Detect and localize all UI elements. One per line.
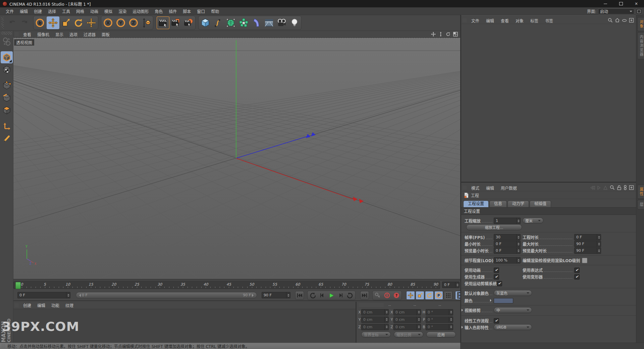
obj-menu-bookmarks[interactable]: 书签 — [542, 18, 556, 23]
project-time-field[interactable]: 0 F — [574, 234, 601, 240]
mat-menu-create[interactable]: 创建 — [20, 302, 34, 308]
deformer-button[interactable] — [250, 16, 263, 29]
workplane-button[interactable] — [1, 120, 13, 132]
spinner[interactable] — [455, 282, 459, 288]
menu-mesh[interactable]: 网格 — [73, 8, 87, 14]
rotate-view-button[interactable] — [445, 32, 451, 37]
prev-frame-button[interactable] — [317, 291, 327, 299]
record-parameter-toggle[interactable]: P — [434, 291, 443, 300]
menu-simulate[interactable]: 模拟 — [101, 8, 115, 14]
preview-max-field[interactable]: 90 F — [574, 247, 601, 254]
use-animation-checkbox[interactable]: ✔ — [494, 268, 499, 273]
prev-key-button[interactable] — [308, 291, 317, 299]
use-expressions-checkbox[interactable]: ✔ — [574, 268, 580, 273]
record-scale-toggle[interactable] — [416, 291, 424, 300]
collapse-arrow-icon[interactable] — [462, 309, 464, 311]
home-icon[interactable] — [615, 18, 620, 23]
max-time-field[interactable]: 90 F — [574, 241, 601, 247]
vp-menu-display[interactable]: 显示 — [52, 32, 66, 37]
lock-y-button[interactable]: Y — [114, 16, 127, 29]
obj-menu-view[interactable]: 查看 — [497, 18, 512, 23]
scale-project-button[interactable]: 缩放工程... — [466, 224, 522, 230]
collapse-arrow-icon[interactable] — [462, 326, 464, 329]
preview-min-field[interactable]: 0 F — [494, 247, 521, 254]
texture-mode-button[interactable] — [1, 64, 13, 76]
obj-menu-file[interactable]: 文件 — [468, 18, 483, 23]
record-pla-toggle[interactable] — [444, 291, 452, 300]
lock-x-button[interactable]: X — [102, 16, 114, 29]
apply-button[interactable]: 应用 — [426, 332, 456, 338]
tab-info[interactable]: 信息 — [489, 200, 507, 207]
subdivision-surface-button[interactable] — [224, 16, 237, 29]
rot-h-field[interactable]: 0 ° — [426, 309, 453, 315]
project-scale-unit-dropdown[interactable]: 厘米 — [523, 218, 543, 224]
obj-menu-objects[interactable]: 对象 — [512, 18, 527, 23]
material-menu-grip[interactable] — [15, 303, 19, 307]
interface-dropdown[interactable]: 启动 — [598, 8, 634, 14]
scale-y-field[interactable]: 0 cm — [393, 316, 421, 323]
layout-icon[interactable] — [636, 8, 642, 14]
obj-menu-tags[interactable]: 标签 — [527, 18, 542, 23]
maximize-button[interactable] — [613, 0, 629, 7]
scale-z-field[interactable]: 0 cm — [393, 324, 421, 330]
viewport-menu-grip[interactable] — [15, 32, 19, 36]
use-motion-system-checkbox[interactable]: ✔ — [497, 281, 502, 286]
model-mode-button[interactable] — [1, 51, 13, 63]
live-selection-button[interactable] — [34, 16, 47, 29]
view-clipping-dropdown[interactable]: 中 — [494, 307, 532, 313]
tab-dynamics[interactable]: 动力学 — [507, 200, 529, 207]
toggle-view-button[interactable] — [453, 32, 458, 37]
linear-workflow-checkbox[interactable]: ✔ — [494, 318, 499, 324]
timeline-playhead[interactable] — [15, 282, 21, 289]
attr-menu-userdata[interactable]: 用户数据 — [497, 185, 520, 191]
close-button[interactable]: × — [629, 0, 644, 7]
toolbar-grip[interactable] — [1, 17, 4, 29]
history-count-icon[interactable] — [624, 185, 627, 190]
scale-tool-button[interactable] — [59, 16, 72, 29]
history-back-icon[interactable] — [590, 185, 595, 190]
side-tab-content-browser[interactable]: 内容浏览器 — [637, 32, 644, 59]
vp-menu-view[interactable]: 查看 — [20, 32, 34, 37]
menu-select[interactable]: 选择 — [45, 8, 59, 14]
min-time-field[interactable]: 0 F — [494, 241, 521, 247]
record-rotation-toggle[interactable] — [425, 291, 434, 300]
coord-system-dropdown[interactable]: 世界坐标 — [361, 332, 391, 338]
max-frame-field[interactable]: 90 F — [262, 292, 290, 298]
use-deformers-checkbox[interactable]: ✔ — [574, 274, 580, 280]
menu-render[interactable]: 渲染 — [115, 8, 129, 14]
transfer-mode-dropdown[interactable]: 缩放比例 — [394, 332, 423, 338]
pos-x-field[interactable]: 0 cm — [361, 309, 389, 315]
snap-button[interactable] — [1, 132, 13, 144]
leftbar-grip[interactable] — [1, 32, 12, 35]
range-right-arrow-icon[interactable] — [252, 294, 255, 297]
tab-project-settings[interactable]: 工程设置 — [463, 200, 489, 207]
vp-menu-cameras[interactable]: 摄像机 — [34, 32, 52, 37]
object-menu-grip[interactable] — [463, 18, 467, 22]
goto-end-button[interactable] — [360, 291, 369, 300]
rot-b-field[interactable]: 0 ° — [426, 324, 453, 330]
rotate-tool-button[interactable] — [72, 16, 85, 29]
menu-help[interactable]: 帮助 — [208, 8, 222, 14]
lock-icon[interactable] — [617, 185, 622, 190]
search-icon[interactable] — [608, 18, 613, 23]
keyframe-selection-button[interactable]: ? — [392, 291, 401, 299]
menu-animation[interactable]: 动画 — [87, 8, 101, 14]
default-color-dropdown[interactable]: 灰蓝色 — [494, 290, 532, 296]
attr-add-icon[interactable] — [629, 185, 634, 190]
use-generators-checkbox[interactable]: ✔ — [494, 274, 499, 280]
menu-script[interactable]: 脚本 — [180, 8, 194, 14]
camera-button[interactable] — [275, 16, 288, 29]
current-frame-field[interactable]: 0 F — [17, 292, 70, 298]
ruler-frame-field[interactable]: 0 F — [442, 282, 460, 288]
minimize-button[interactable] — [598, 0, 613, 7]
pos-z-field[interactable]: 0 cm — [361, 324, 389, 330]
perspective-viewport[interactable]: Y X Z 透视视图 — [13, 38, 460, 279]
undo-button[interactable] — [6, 16, 19, 29]
make-editable-button[interactable] — [1, 36, 13, 48]
menu-file[interactable]: 文件 — [3, 8, 17, 14]
view-label[interactable]: 透视视图 — [14, 39, 34, 46]
render-lod-checkbox[interactable] — [582, 258, 587, 263]
attr-search-icon[interactable] — [610, 185, 615, 190]
vp-menu-options[interactable]: 选项 — [66, 32, 80, 37]
lock-z-button[interactable]: Z — [127, 16, 140, 29]
